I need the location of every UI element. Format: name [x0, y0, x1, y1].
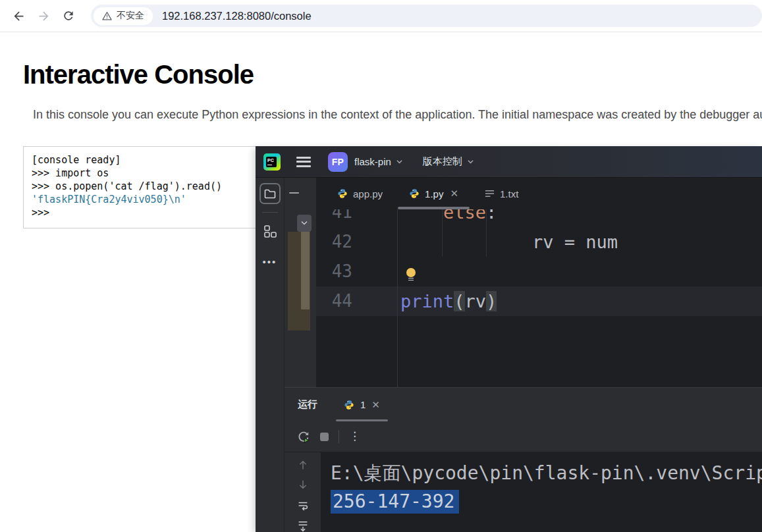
code-line-43 — [316, 257, 762, 286]
run-tab-1[interactable]: 1 ✕ — [336, 388, 388, 421]
more-tool-windows-icon[interactable]: ••• — [263, 256, 277, 267]
output-path-line: E:\桌面\pycode\pin\flask-pin\.venv\Scripts… — [331, 459, 762, 487]
active-tab-underline — [336, 419, 388, 422]
down-arrow-icon[interactable] — [297, 479, 309, 491]
close-icon[interactable]: ✕ — [371, 399, 380, 411]
matched-paren: ) — [486, 291, 497, 311]
stripe-divider — [262, 212, 278, 213]
tab-app-py[interactable]: app.py — [324, 178, 396, 209]
reload-button[interactable] — [61, 8, 76, 24]
scroll-down-button[interactable] — [297, 215, 312, 232]
forward-button[interactable] — [36, 8, 51, 24]
code-editor[interactable]: 41 42 43 44 else: rv = num — [316, 209, 762, 387]
page-title: Interactive Console — [23, 60, 762, 90]
structure-icon — [263, 224, 277, 238]
code-line-44: print(rv) — [316, 286, 762, 316]
matched-paren: ( — [454, 291, 464, 311]
security-label: 不安全 — [117, 10, 144, 22]
project-panel-sliver[interactable] — [285, 178, 316, 387]
soft-wrap-icon[interactable] — [296, 499, 310, 511]
folder-icon — [263, 187, 277, 200]
pycharm-window: PC FP flask-pin 版本控制 — [256, 146, 762, 532]
tool-window-stripe: ••• — [256, 178, 285, 532]
console-gutter — [285, 452, 321, 532]
keyword-else: else — [443, 209, 486, 223]
hide-panel-icon[interactable] — [289, 192, 299, 194]
assignment-statement: rv = num — [532, 227, 618, 257]
reload-icon — [62, 9, 75, 22]
chevron-down-icon — [467, 159, 474, 165]
page-intro: In this console you can execute Python e… — [33, 108, 762, 122]
ide-titlebar: PC FP flask-pin 版本控制 — [256, 146, 762, 178]
rerun-icon[interactable] — [296, 430, 310, 444]
run-tool-window: 运行 1 ✕ — [285, 387, 762, 532]
run-console: E:\桌面\pycode\pin\flask-pin\.venv\Scripts… — [285, 452, 762, 532]
scroll-to-end-icon[interactable] — [296, 520, 310, 532]
toolbar-divider — [339, 430, 339, 443]
url-text: 192.168.237.128:8080/console — [162, 10, 312, 22]
pin-code-selected: 256-147-392 — [331, 490, 459, 514]
stop-icon[interactable] — [320, 433, 329, 441]
tab-1-txt[interactable]: 1.txt — [472, 178, 531, 209]
pycharm-logo-icon: PC — [263, 153, 281, 171]
back-button[interactable] — [11, 8, 26, 24]
run-panel-header: 运行 1 ✕ — [285, 388, 762, 421]
python-icon — [344, 400, 354, 410]
back-icon — [12, 9, 26, 23]
builtin-print: print — [400, 291, 454, 311]
vcs-menu[interactable]: 版本控制 — [423, 155, 474, 168]
editor-tabbar: app.py 1.py ✕ — [316, 178, 762, 209]
text-file-icon — [485, 189, 495, 198]
project-avatar[interactable]: FP — [328, 152, 348, 172]
python-icon — [337, 188, 348, 199]
run-panel-title: 运行 — [298, 398, 317, 411]
main-menu-icon[interactable] — [296, 157, 311, 167]
run-output[interactable]: E:\桌面\pycode\pin\flask-pin\.venv\Scripts… — [321, 452, 762, 532]
more-options-icon[interactable]: ⋮ — [349, 435, 360, 439]
warning-icon — [102, 11, 112, 20]
run-toolbar: ⋮ — [285, 421, 762, 452]
intention-bulb-icon[interactable] — [406, 268, 416, 280]
browser-toolbar: 不安全 192.168.237.128:8080/console — [0, 0, 762, 32]
scrollbar-thumb[interactable] — [301, 232, 310, 309]
python-icon — [409, 188, 420, 199]
code-line-41: else: — [316, 209, 762, 227]
up-arrow-icon[interactable] — [297, 459, 309, 471]
chevron-down-icon — [300, 221, 308, 226]
project-tool-button[interactable] — [259, 183, 281, 204]
structure-tool-button[interactable] — [259, 221, 281, 242]
code-line-42: rv = num — [316, 227, 762, 257]
address-bar[interactable]: 不安全 192.168.237.128:8080/console — [91, 5, 762, 27]
forward-icon — [37, 9, 51, 23]
project-tree-sliver — [288, 232, 310, 331]
chevron-down-icon — [396, 159, 403, 165]
tab-1-py[interactable]: 1.py ✕ — [396, 178, 472, 209]
security-chip[interactable]: 不安全 — [94, 7, 153, 25]
close-icon[interactable]: ✕ — [450, 188, 458, 200]
project-selector[interactable]: flask-pin — [354, 156, 403, 167]
